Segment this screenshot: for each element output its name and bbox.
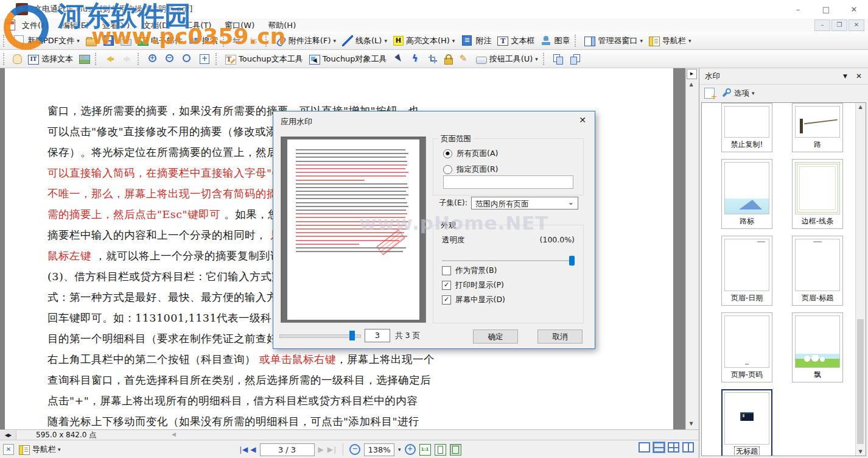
dropdown-arrow-icon[interactable]: [77, 38, 80, 44]
subset-select[interactable]: 范围内所有页面: [471, 197, 578, 210]
lock-button[interactable]: [441, 52, 456, 66]
show-on-screen-checkbox[interactable]: ✓: [442, 295, 451, 305]
copy-page-button[interactable]: [550, 52, 567, 66]
show-when-printing-checkbox[interactable]: ✓: [442, 281, 451, 290]
opacity-slider-track[interactable]: [442, 260, 575, 261]
ok-button[interactable]: 确定: [473, 329, 518, 344]
stamp-button[interactable]: 图章: [537, 33, 573, 48]
note-button[interactable]: 附注: [458, 33, 494, 48]
zoom-dynamic-button[interactable]: [178, 52, 195, 66]
menu-item[interactable]: 编辑(E): [55, 19, 96, 32]
add-watermark-icon[interactable]: [704, 88, 715, 99]
opacity-slider-thumb[interactable]: [569, 256, 575, 266]
save-button[interactable]: [100, 33, 117, 48]
menu-item[interactable]: 帮助(H): [261, 19, 303, 32]
document-vertical-scrollbar[interactable]: [685, 68, 697, 429]
actual-size-button[interactable]: [419, 444, 431, 456]
all-pages-option[interactable]: ● 所有页面(A): [443, 149, 498, 159]
continuous-layout-icon[interactable]: [653, 442, 665, 453]
zoom-out-tool-button[interactable]: [161, 52, 178, 66]
cancel-button[interactable]: 取消: [537, 329, 583, 344]
select-text-button[interactable]: 选择文本: [25, 52, 76, 66]
navbar-dropdown-icon[interactable]: [58, 446, 61, 453]
zoom-dropdown-icon[interactable]: [398, 446, 401, 453]
cursor-button[interactable]: [390, 52, 407, 66]
navbar-label[interactable]: 导航栏: [32, 444, 56, 455]
dropdown-arrow-icon[interactable]: [640, 38, 643, 44]
continuous-facing-layout-icon[interactable]: [682, 442, 694, 453]
menu-item[interactable]: 文档(D): [136, 19, 178, 32]
button-tool-button[interactable]: 按钮工具(U): [473, 52, 541, 66]
fit-page-button[interactable]: [435, 444, 446, 456]
dropdown-arrow-icon[interactable]: [688, 38, 691, 44]
search-button[interactable]: 搜索: [186, 33, 221, 48]
hscroll-left-icon[interactable]: [172, 431, 176, 437]
highlight-button[interactable]: 高亮文本(H): [390, 33, 458, 48]
as-background-checkbox[interactable]: [442, 266, 451, 275]
menu-item[interactable]: 文件(F): [15, 19, 55, 32]
menu-item[interactable]: 工具(T): [178, 19, 218, 32]
close-navbar-icon[interactable]: [3, 444, 14, 455]
next-page-button[interactable]: [318, 445, 324, 454]
watermark-thumbnail[interactable]: 页脚-页码: [721, 312, 772, 382]
page-indicator[interactable]: 3 / 3: [260, 443, 315, 456]
show-on-screen-option[interactable]: ✓ 屏幕中显示(D): [442, 295, 505, 305]
watermark-thumbnail[interactable]: 边框-线条: [792, 159, 843, 229]
zoom-in-tool-button[interactable]: [144, 52, 161, 66]
open-folder-button[interactable]: [83, 33, 100, 48]
splitter-handle-icon[interactable]: [0, 431, 16, 440]
email-button[interactable]: 电子邮件: [135, 33, 186, 48]
minimize-icon[interactable]: [784, 0, 812, 18]
paperclip-button[interactable]: 附件注释(F): [272, 33, 339, 48]
dropdown-arrow-icon[interactable]: [452, 38, 455, 44]
crop-button[interactable]: [424, 52, 441, 66]
maximize-icon[interactable]: [812, 0, 840, 18]
dropdown-arrow-icon[interactable]: [384, 38, 387, 44]
preview-pager-thumb[interactable]: [349, 331, 355, 340]
watermark-thumbnail[interactable]: 路: [792, 103, 843, 152]
print-button[interactable]: [117, 33, 135, 48]
touchup-text-button[interactable]: Touchup文本工具: [222, 52, 306, 66]
first-page-button[interactable]: [237, 445, 247, 454]
watermark-thumbnail[interactable]: 飘: [792, 312, 843, 382]
watermark-thumbnail[interactable]: 禁止复制!: [721, 103, 772, 152]
menu-item[interactable]: 查看(V): [96, 19, 136, 32]
show-when-printing-option[interactable]: ✓ 打印时显示(P): [442, 280, 504, 291]
navbar-panel-button[interactable]: 导航栏: [646, 33, 695, 48]
mdi-close-icon[interactable]: [849, 19, 864, 31]
preview-pager-track[interactable]: [279, 334, 361, 338]
last-page-button[interactable]: [327, 445, 337, 454]
single-page-layout-icon[interactable]: [639, 442, 650, 453]
splitter-toggle-icon[interactable]: [687, 69, 697, 79]
mdi-restore-icon[interactable]: [831, 19, 847, 31]
specified-pages-radio[interactable]: [443, 165, 452, 174]
menu-item[interactable]: 窗口(W): [218, 19, 261, 32]
zoom-select-button[interactable]: [195, 51, 214, 67]
all-pages-radio[interactable]: ●: [443, 149, 452, 158]
panel-scroll-down-icon[interactable]: [856, 449, 865, 454]
dialog-close-icon[interactable]: [579, 115, 586, 125]
scroll-down-icon[interactable]: [686, 419, 696, 428]
swap-arrows-button[interactable]: [229, 33, 247, 48]
watermark-thumbnail[interactable]: 路标: [721, 159, 772, 229]
zoom-level-value[interactable]: 138%: [364, 443, 394, 456]
opacity-slider[interactable]: [442, 256, 575, 266]
as-background-option[interactable]: 作为背景(B): [442, 266, 497, 276]
mdi-minimize-icon[interactable]: [814, 19, 830, 31]
zoom-out-button[interactable]: [349, 444, 360, 455]
lightning-button[interactable]: [407, 52, 424, 66]
snapshot-button[interactable]: [76, 52, 93, 66]
watermark-thumbnail[interactable]: 页眉-日期: [721, 236, 772, 306]
watermark-thumbnail[interactable]: 页眉-标题: [792, 236, 843, 306]
paste-page-button[interactable]: [567, 52, 584, 66]
page-range-input[interactable]: [443, 175, 573, 189]
hand-button[interactable]: [10, 51, 25, 67]
zoom-in-button[interactable]: [405, 444, 416, 455]
back-arrow-button[interactable]: [102, 52, 119, 66]
manager-window-button[interactable]: 管理器窗口: [581, 33, 646, 48]
panel-menu-icon[interactable]: [843, 73, 847, 79]
close-icon[interactable]: [840, 0, 868, 18]
previous-page-button[interactable]: [250, 445, 256, 454]
specified-pages-option[interactable]: 指定页面(R): [443, 164, 498, 175]
panel-scrollbar[interactable]: [855, 103, 866, 456]
